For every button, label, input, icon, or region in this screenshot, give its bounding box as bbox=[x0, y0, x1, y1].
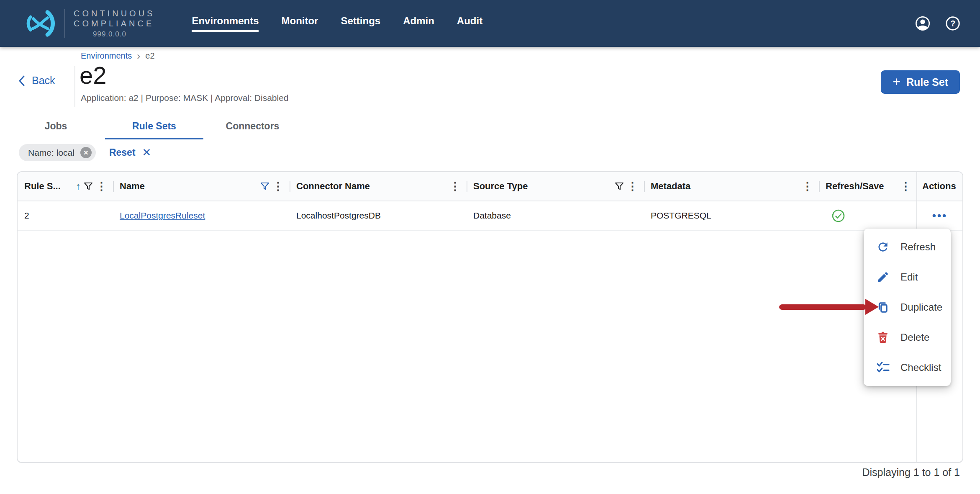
table-header-row: Rule S... ↑ ⋮ Name ⋮ Connector Name ⋮ bbox=[18, 172, 962, 201]
column-menu-icon[interactable]: ⋮ bbox=[96, 181, 107, 192]
column-menu-icon[interactable]: ⋮ bbox=[802, 181, 813, 192]
column-header-connector-name[interactable]: Connector Name ⋮ bbox=[290, 172, 467, 201]
account-icon[interactable] bbox=[915, 15, 931, 31]
brand: CONTINUOUS COMPLIANCE 999.0.0.0 bbox=[21, 8, 155, 39]
app-version: 999.0.0.0 bbox=[93, 30, 155, 39]
brand-divider bbox=[64, 9, 65, 38]
column-header-metadata[interactable]: Metadata ⋮ bbox=[644, 172, 819, 201]
filter-row: Name: local ✕ Reset ✕ bbox=[19, 144, 151, 161]
brand-text: CONTINUOUS COMPLIANCE 999.0.0.0 bbox=[74, 8, 155, 39]
menu-item-label: Refresh bbox=[900, 241, 936, 253]
breadcrumb: Environments › e2 bbox=[81, 51, 155, 61]
cell-rule-set-id: 2 bbox=[18, 201, 113, 230]
brand-line-2: COMPLIANCE bbox=[74, 18, 155, 28]
add-rule-set-label: Rule Set bbox=[906, 76, 948, 88]
filter-icon[interactable] bbox=[614, 181, 624, 191]
column-header-rule-set-id[interactable]: Rule S... ↑ ⋮ bbox=[18, 172, 113, 201]
edit-icon bbox=[876, 270, 890, 284]
svg-text:?: ? bbox=[950, 19, 955, 28]
menu-item-label: Edit bbox=[900, 271, 918, 283]
tab-rule-sets[interactable]: Rule Sets bbox=[105, 117, 203, 139]
menu-item-label: Delete bbox=[900, 332, 929, 343]
help-icon[interactable]: ? bbox=[945, 15, 961, 31]
brand-line-1: CONTINUOUS bbox=[74, 8, 155, 18]
add-rule-set-button[interactable]: + Rule Set bbox=[881, 70, 960, 94]
sort-asc-icon[interactable]: ↑ bbox=[76, 181, 81, 191]
tab-connectors[interactable]: Connectors bbox=[203, 117, 302, 139]
refresh-icon bbox=[876, 240, 890, 254]
menu-item-delete[interactable]: Delete bbox=[864, 322, 951, 352]
menu-item-edit[interactable]: Edit bbox=[864, 262, 951, 292]
cell-connector-name: LocalhostPostgresDB bbox=[290, 201, 467, 230]
column-menu-icon[interactable]: ⋮ bbox=[900, 181, 911, 192]
filter-chip-label: Name: local bbox=[28, 148, 74, 158]
breadcrumb-environments-link[interactable]: Environments bbox=[81, 51, 132, 61]
nav-item-monitor[interactable]: Monitor bbox=[281, 15, 318, 32]
page-title: e2 bbox=[80, 61, 107, 89]
column-header-source-type[interactable]: Source Type ⋮ bbox=[467, 172, 644, 201]
cell-name: LocalPostgresRuleset bbox=[113, 201, 290, 230]
column-menu-icon[interactable]: ⋮ bbox=[272, 181, 284, 192]
app-logo-icon bbox=[21, 8, 61, 39]
back-button[interactable]: Back bbox=[18, 75, 55, 87]
breadcrumb-current: e2 bbox=[145, 51, 154, 61]
cell-actions: ••• bbox=[917, 201, 962, 230]
breadcrumb-separator-icon: › bbox=[137, 52, 140, 60]
rule-set-link[interactable]: LocalPostgresRuleset bbox=[120, 211, 205, 221]
nav-item-environments[interactable]: Environments bbox=[192, 15, 259, 32]
chip-close-icon[interactable]: ✕ bbox=[80, 147, 92, 158]
column-menu-icon[interactable]: ⋮ bbox=[627, 181, 638, 192]
table-row: 2 LocalPostgresRuleset LocalhostPostgres… bbox=[18, 201, 962, 231]
primary-nav: Environments Monitor Settings Admin Audi… bbox=[192, 15, 482, 32]
tab-bar: Jobs Rule Sets Connectors bbox=[7, 117, 302, 139]
top-navbar: CONTINUOUS COMPLIANCE 999.0.0.0 Environm… bbox=[0, 0, 980, 47]
tab-jobs[interactable]: Jobs bbox=[7, 117, 105, 139]
reset-label: Reset bbox=[109, 147, 136, 158]
cell-refresh-status bbox=[819, 201, 917, 230]
delete-icon bbox=[876, 331, 890, 344]
menu-item-checklist[interactable]: Checklist bbox=[864, 352, 951, 383]
nav-item-admin[interactable]: Admin bbox=[403, 15, 434, 32]
page: CONTINUOUS COMPLIANCE 999.0.0.0 Environm… bbox=[0, 0, 980, 494]
reset-close-icon: ✕ bbox=[142, 146, 151, 159]
back-label: Back bbox=[32, 75, 55, 87]
filter-icon[interactable] bbox=[83, 181, 93, 191]
annotation-arrow bbox=[779, 304, 866, 310]
checklist-icon bbox=[876, 361, 890, 374]
filter-chip-name-local[interactable]: Name: local ✕ bbox=[19, 144, 96, 161]
column-header-name[interactable]: Name ⋮ bbox=[113, 172, 290, 201]
nav-item-settings[interactable]: Settings bbox=[341, 15, 380, 32]
plus-icon: + bbox=[893, 75, 900, 88]
page-subtitle: Application: a2 | Purpose: MASK | Approv… bbox=[81, 93, 289, 103]
row-actions-menu-icon[interactable]: ••• bbox=[932, 213, 947, 219]
rule-sets-table: Rule S... ↑ ⋮ Name ⋮ Connector Name ⋮ bbox=[17, 171, 963, 463]
menu-item-label: Duplicate bbox=[900, 301, 942, 313]
menu-item-label: Checklist bbox=[900, 362, 941, 373]
column-header-actions: Actions bbox=[917, 172, 962, 201]
column-header-refresh-save[interactable]: Refresh/Save ⋮ bbox=[819, 172, 917, 201]
column-menu-icon[interactable]: ⋮ bbox=[449, 181, 461, 192]
cell-metadata: POSTGRESQL bbox=[644, 201, 819, 230]
nav-item-audit[interactable]: Audit bbox=[457, 15, 482, 32]
navbar-right: ? bbox=[915, 15, 961, 31]
chevron-left-icon bbox=[18, 75, 25, 87]
cell-source-type: Database bbox=[467, 201, 644, 230]
pagination-summary: Displaying 1 to 1 of 1 bbox=[862, 466, 960, 479]
menu-item-refresh[interactable]: Refresh bbox=[864, 232, 951, 262]
reset-filters[interactable]: Reset ✕ bbox=[109, 146, 151, 159]
header-divider bbox=[74, 66, 75, 107]
success-check-icon bbox=[831, 209, 845, 223]
filter-active-icon[interactable] bbox=[260, 181, 270, 191]
